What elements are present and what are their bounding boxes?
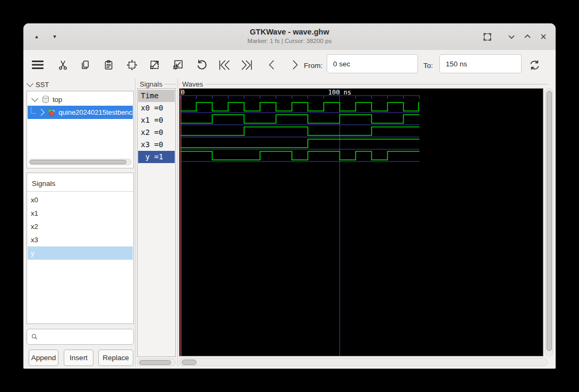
reload-button[interactable] bbox=[527, 58, 541, 72]
sst-expander-icon bbox=[27, 80, 33, 87]
close-button[interactable] bbox=[538, 31, 549, 42]
copy-icon bbox=[80, 59, 91, 71]
name-panel-hscrollbar[interactable] bbox=[137, 359, 176, 366]
tree-item-testbench[interactable]: quine20240215testbench bbox=[28, 106, 133, 119]
pane-splitter-right[interactable] bbox=[177, 79, 178, 367]
toolbar: From: To: bbox=[23, 50, 556, 79]
wave-canvas[interactable]: 0100 ns bbox=[180, 89, 543, 356]
chevron-up-icon bbox=[523, 32, 532, 41]
name-row-x2[interactable]: x2 =0 bbox=[138, 126, 175, 139]
wave-area: 0100 ns bbox=[179, 88, 543, 356]
chevron-left-icon bbox=[266, 59, 278, 71]
database-icon bbox=[41, 95, 50, 104]
signal-search-box: Signals x0 x1 x2 x3 y bbox=[27, 173, 134, 324]
signal-item-x0[interactable]: x0 bbox=[28, 193, 133, 207]
window-title: GTKWave - wave.ghw bbox=[23, 28, 556, 36]
to-input[interactable] bbox=[439, 54, 522, 73]
svg-text:0: 0 bbox=[181, 89, 185, 96]
name-row-x0[interactable]: x0 =0 bbox=[138, 102, 175, 114]
tree-guide-line bbox=[31, 107, 36, 114]
signal-item-x2[interactable]: x2 bbox=[28, 220, 133, 233]
window-subtitle: Marker: 1 fs | Cursor: 38200 ps bbox=[23, 38, 556, 44]
titlebar[interactable]: ▲ ▼ GTKWave - wave.ghw Marker: 1 fs | Cu… bbox=[23, 23, 556, 50]
zoom-fit-button[interactable] bbox=[125, 58, 139, 72]
signals-frame-label: Signals bbox=[138, 80, 165, 88]
minimize-button[interactable] bbox=[506, 31, 517, 42]
tree-item-label: top bbox=[53, 96, 62, 104]
fullscreen-button[interactable] bbox=[481, 31, 493, 42]
sst-hscrollbar[interactable] bbox=[29, 159, 132, 165]
name-row-x1[interactable]: x1 =0 bbox=[138, 114, 175, 126]
skip-end-icon bbox=[240, 58, 253, 72]
module-icon bbox=[47, 108, 56, 117]
menu-button[interactable] bbox=[31, 58, 45, 72]
insert-button[interactable]: Insert bbox=[64, 350, 93, 366]
maximize-button[interactable] bbox=[522, 31, 533, 42]
zoom-fit-icon bbox=[126, 59, 138, 71]
skip-start-icon bbox=[218, 58, 231, 72]
name-panel: Time x0 =0 x1 =0 x2 =0 x3 =0 y =1 bbox=[137, 88, 176, 357]
zoom-in-icon bbox=[149, 59, 160, 71]
chevron-right-icon bbox=[289, 59, 301, 71]
waves-frame-line bbox=[179, 84, 548, 84]
signal-search-field[interactable] bbox=[27, 329, 134, 345]
tree-item-top[interactable]: top bbox=[28, 93, 133, 106]
wave-hscrollbar[interactable] bbox=[179, 358, 548, 366]
wave-vscrollbar-thumb[interactable] bbox=[547, 91, 552, 351]
signal-item-x3[interactable]: x3 bbox=[28, 233, 133, 246]
search-input[interactable] bbox=[38, 329, 133, 345]
skip-to-start-button[interactable] bbox=[217, 58, 231, 72]
wave-vscrollbar[interactable] bbox=[545, 88, 553, 356]
zoom-out-button[interactable] bbox=[171, 58, 185, 72]
paste-button[interactable] bbox=[101, 58, 115, 72]
gtkwave-window: ▲ ▼ GTKWave - wave.ghw Marker: 1 fs | Cu… bbox=[23, 23, 556, 369]
from-label: From: bbox=[304, 62, 322, 70]
wave-hscrollbar-thumb[interactable] bbox=[182, 360, 197, 365]
undo-button[interactable] bbox=[194, 58, 208, 72]
prev-edge-button[interactable] bbox=[265, 58, 279, 72]
copy-button[interactable] bbox=[78, 58, 92, 72]
close-icon bbox=[539, 32, 548, 41]
name-panel-hscrollbar-thumb[interactable] bbox=[139, 360, 171, 365]
screen: ▲ ▼ GTKWave - wave.ghw Marker: 1 fs | Cu… bbox=[0, 0, 579, 392]
scissors-icon bbox=[57, 59, 69, 71]
sst-hscrollbar-thumb[interactable] bbox=[30, 160, 126, 164]
separator bbox=[27, 191, 133, 192]
name-row-x3[interactable]: x3 =0 bbox=[138, 139, 175, 151]
zoom-in-button[interactable] bbox=[148, 58, 161, 72]
waves-frame-label: Waves bbox=[180, 80, 205, 88]
name-row-y[interactable]: y =1 bbox=[138, 151, 175, 163]
fullscreen-icon bbox=[482, 32, 492, 42]
sst-header-label: SST bbox=[36, 81, 49, 89]
search-icon bbox=[31, 333, 38, 340]
from-input[interactable] bbox=[327, 54, 418, 73]
signal-search-header: Signals bbox=[27, 176, 133, 192]
zoom-out-icon bbox=[172, 59, 184, 71]
hamburger-menu-icon bbox=[31, 58, 45, 72]
to-label: To: bbox=[423, 62, 433, 70]
reload-icon bbox=[528, 58, 541, 72]
sst-tree: top quine20240215testbench bbox=[27, 91, 134, 168]
skip-to-end-button[interactable] bbox=[240, 58, 253, 72]
main-content: SST top quine202402 bbox=[23, 79, 556, 369]
expander-down-icon[interactable] bbox=[31, 95, 38, 102]
svg-text:100 ns: 100 ns bbox=[328, 89, 351, 96]
expander-right-icon[interactable] bbox=[38, 109, 44, 115]
sst-header[interactable]: SST bbox=[28, 81, 49, 89]
chevron-down-icon bbox=[507, 32, 516, 41]
append-button[interactable]: Append bbox=[29, 350, 58, 366]
signal-item-y[interactable]: y bbox=[28, 246, 133, 260]
next-edge-button[interactable] bbox=[288, 58, 302, 72]
tree-item-label: quine20240215testbench bbox=[58, 108, 133, 116]
replace-button[interactable]: Replace bbox=[98, 350, 133, 366]
time-header[interactable]: Time bbox=[138, 90, 175, 102]
cut-button[interactable] bbox=[56, 58, 70, 72]
undo-arrow-icon bbox=[195, 59, 207, 71]
clipboard-icon bbox=[103, 59, 114, 71]
signal-item-x1[interactable]: x1 bbox=[28, 207, 133, 220]
pane-splitter-left[interactable] bbox=[135, 79, 135, 367]
